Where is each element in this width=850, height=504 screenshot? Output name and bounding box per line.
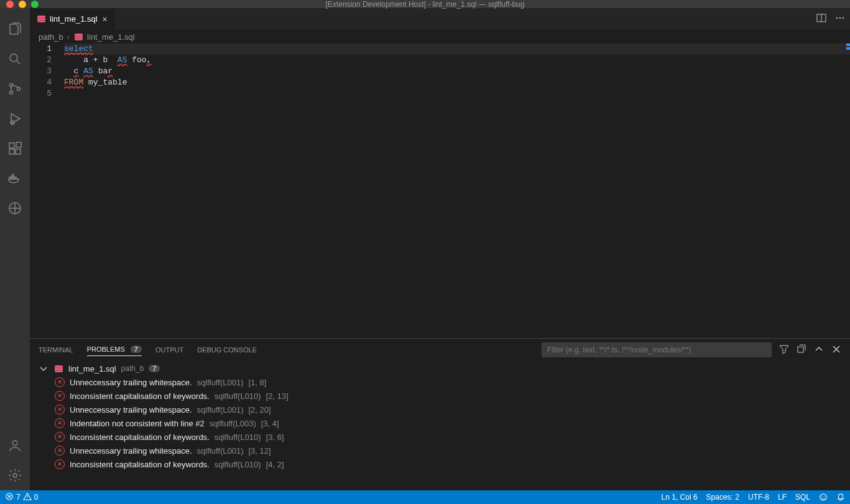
tab-output[interactable]: OUTPUT	[155, 344, 183, 356]
split-editor-icon[interactable]	[816, 13, 826, 25]
code-line[interactable]	[64, 88, 850, 99]
breadcrumb[interactable]: path_b › lint_me_1.sql	[30, 30, 850, 44]
line-number-gutter: 12345	[30, 44, 64, 338]
breadcrumb-file[interactable]: lint_me_1.sql	[87, 32, 135, 42]
activity-bar	[0, 8, 30, 490]
chevron-right-icon: ›	[67, 32, 70, 42]
code-line[interactable]: c AS bar	[64, 66, 850, 77]
source-control-icon[interactable]	[0, 74, 30, 104]
remote-icon[interactable]	[0, 193, 30, 223]
problem-file-name: lint_me_1.sql	[68, 364, 116, 373]
tab-close-icon[interactable]: ×	[101, 14, 109, 24]
warning-triangle-icon	[23, 492, 32, 503]
error-icon: ✕	[55, 405, 65, 415]
error-icon: ✕	[55, 446, 65, 456]
sql-file-icon	[73, 32, 83, 42]
tab-debug-console[interactable]: DEBUG CONSOLE	[197, 344, 257, 356]
problem-source: sqlfluff(L003)	[210, 419, 256, 428]
problem-location: [3, 12]	[248, 446, 270, 456]
problem-message: Inconsistent capitalisation of keywords.	[70, 433, 210, 442]
svg-point-2	[10, 91, 13, 94]
traffic-lights	[0, 1, 39, 8]
status-indentation[interactable]: Spaces: 2	[706, 493, 739, 502]
status-encoding[interactable]: UTF-8	[748, 493, 769, 502]
problem-item[interactable]: ✕Indentation not consistent with line #2…	[30, 416, 850, 430]
problem-item[interactable]: ✕Inconsistent capitalisation of keywords…	[30, 389, 850, 403]
status-bar: 7 0 Ln 1, Col 6 Spaces: 2 UTF-8 LF SQL	[0, 490, 850, 504]
accounts-icon[interactable]	[0, 431, 30, 460]
problem-item[interactable]: ✕Inconsistent capitalisation of keywords…	[30, 430, 850, 444]
tab-label: lint_me_1.sql	[50, 14, 98, 24]
problem-source: sqlfluff(L001)	[197, 378, 244, 387]
window-maximize-button[interactable]	[31, 1, 39, 8]
problem-message: Inconsistent capitalisation of keywords.	[70, 392, 210, 401]
sql-file-icon	[53, 364, 63, 373]
docker-icon[interactable]	[0, 163, 30, 193]
error-icon: ✕	[55, 459, 65, 469]
problem-message: Unneccessary trailing whitespace.	[70, 378, 192, 387]
error-icon: ✕	[55, 391, 65, 401]
status-cursor-position[interactable]: Ln 1, Col 6	[662, 493, 698, 502]
status-language[interactable]: SQL	[795, 493, 810, 502]
tab-problems[interactable]: PROBLEMS 7	[87, 343, 142, 356]
minimap[interactable]	[845, 44, 850, 338]
error-icon: ✕	[55, 418, 65, 428]
line-number: 3	[30, 66, 52, 77]
problem-source: sqlfluff(L001)	[197, 405, 244, 415]
status-errors-warnings[interactable]: 7 0	[5, 492, 38, 503]
search-icon[interactable]	[0, 44, 30, 74]
line-number: 4	[30, 77, 52, 88]
extensions-icon[interactable]	[0, 134, 30, 163]
chevron-down-icon[interactable]	[39, 364, 49, 373]
svg-point-15	[13, 474, 17, 477]
problems-filter-input[interactable]	[542, 342, 772, 357]
svg-point-22	[820, 494, 827, 501]
problem-item[interactable]: ✕Unneccessary trailing whitespace.sqlflu…	[30, 375, 850, 389]
problem-source: sqlfluff(L010)	[215, 433, 261, 442]
code-line[interactable]: FROM my_table	[64, 77, 850, 88]
tab-terminal[interactable]: TERMINAL	[39, 344, 73, 356]
problem-source: sqlfluff(L001)	[197, 446, 244, 456]
feedback-icon[interactable]	[819, 493, 828, 502]
status-eol[interactable]: LF	[778, 493, 787, 502]
svg-point-17	[836, 17, 838, 19]
panel-tabs: TERMINAL PROBLEMS 7 OUTPUT DEBUG CONSOLE	[30, 339, 850, 360]
code-content[interactable]: select a + b AS foo, c AS barFROM my_tab…	[64, 44, 850, 338]
more-actions-icon[interactable]	[835, 13, 845, 25]
window-minimize-button[interactable]	[19, 1, 26, 8]
svg-rect-7	[16, 149, 21, 154]
problems-count-badge: 7	[131, 346, 142, 353]
filter-icon[interactable]	[779, 344, 789, 355]
editor-tabs: lint_me_1.sql ×	[30, 8, 850, 30]
problem-location: [4, 2]	[266, 460, 284, 469]
problem-location: [3, 6]	[266, 433, 284, 442]
svg-rect-12	[12, 175, 14, 176]
bottom-panel: TERMINAL PROBLEMS 7 OUTPUT DEBUG CONSOLE	[30, 338, 850, 490]
problem-source: sqlfluff(L010)	[215, 460, 261, 469]
notifications-bell-icon[interactable]	[836, 493, 845, 502]
window-close-button[interactable]	[6, 1, 14, 8]
breadcrumb-folder[interactable]: path_b	[39, 32, 63, 42]
collapse-all-icon[interactable]	[797, 344, 806, 355]
problem-file-row[interactable]: lint_me_1.sql path_b 7	[30, 362, 850, 375]
problem-item[interactable]: ✕Unneccessary trailing whitespace.sqlflu…	[30, 403, 850, 416]
problem-location: [2, 13]	[266, 392, 289, 401]
svg-point-18	[839, 17, 841, 19]
problem-item[interactable]: ✕Inconsistent capitalisation of keywords…	[30, 457, 850, 471]
chevron-up-icon[interactable]	[814, 344, 824, 355]
code-editor[interactable]: 12345 select a + b AS foo, c AS barFROM …	[30, 44, 850, 338]
explorer-icon[interactable]	[0, 14, 30, 44]
svg-rect-6	[9, 149, 14, 154]
run-debug-icon[interactable]	[0, 104, 30, 134]
tab-lint-me-1-sql[interactable]: lint_me_1.sql ×	[30, 8, 115, 30]
problem-item[interactable]: ✕Unneccessary trailing whitespace.sqlflu…	[30, 444, 850, 457]
window-title: [Extension Development Host] - lint_me_1…	[0, 0, 850, 9]
settings-gear-icon[interactable]	[0, 460, 30, 490]
code-line[interactable]: a + b AS foo,	[64, 55, 850, 66]
close-panel-icon[interactable]	[831, 344, 841, 355]
svg-rect-5	[9, 143, 14, 148]
file-problems-count-badge: 7	[149, 365, 160, 372]
filter-text-input[interactable]	[547, 346, 766, 354]
problem-message: Inconsistent capitalisation of keywords.	[70, 460, 210, 469]
code-line[interactable]: select	[64, 44, 850, 55]
